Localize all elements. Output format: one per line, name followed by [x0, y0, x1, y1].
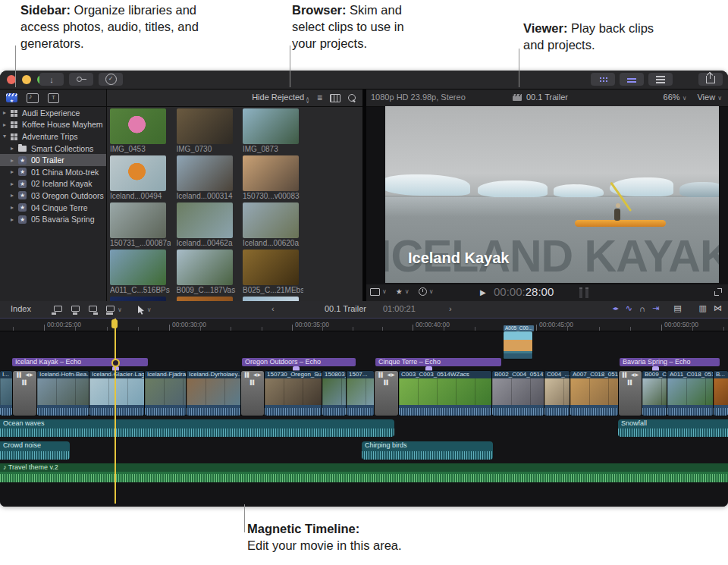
timeline-clip[interactable]: A011_C018_0516...	[667, 371, 713, 416]
browser-clip[interactable]	[177, 202, 233, 238]
connected-clip[interactable]	[504, 331, 532, 359]
import-media-button[interactable]: ↓	[39, 73, 64, 86]
playhead[interactable]	[115, 319, 116, 504]
disclosure-triangle-icon[interactable]: ▸	[11, 168, 18, 175]
transition-clip[interactable]: ▐▌ ◀▶ ▐▌	[375, 371, 398, 416]
timeline-clip[interactable]: 1507...	[347, 371, 374, 416]
audio-clip[interactable]: Crowd noise	[0, 441, 70, 460]
sidebar-item[interactable]: ▸Smart Collections	[0, 143, 106, 155]
disclosure-triangle-icon[interactable]: ▸	[11, 145, 18, 152]
trim-icon[interactable]: ◂▸	[613, 305, 619, 312]
playhead-handle[interactable]	[111, 319, 118, 328]
disclosure-triangle-icon[interactable]: ▸	[11, 216, 18, 223]
disclosure-triangle-icon[interactable]: ▸	[11, 180, 18, 187]
sidebar-item[interactable]: ▸★01 China Moto-trek	[0, 166, 106, 178]
browser-clip[interactable]	[110, 202, 166, 238]
timeline-clip[interactable]: 150803_...	[322, 371, 346, 416]
titles-generators-icon[interactable]	[48, 93, 59, 103]
sidebar-item[interactable]: ▸Koffee House Mayhem	[0, 119, 106, 131]
timeline-clip[interactable]: Iceland-Glacier-Lag...	[89, 371, 144, 416]
timeline-clip[interactable]: I...	[0, 371, 12, 416]
timeline-clip[interactable]: B...	[714, 371, 728, 416]
timeline-clip[interactable]: Iceland-Fjadra...	[145, 371, 186, 416]
browser-clip[interactable]	[243, 202, 299, 238]
filter-popup[interactable]: Hide Rejected∧∨	[252, 93, 309, 104]
browser-clip[interactable]	[177, 108, 233, 144]
sidebar-item[interactable]: ▸★03 Oregon Outdoors	[0, 190, 106, 202]
browser-clip[interactable]	[177, 155, 233, 191]
photos-audio-icon[interactable]	[27, 93, 39, 103]
filmstrip-view-icon[interactable]	[330, 94, 340, 102]
sidebar-item[interactable]: ▾Adventure Trips	[0, 130, 106, 143]
disclosure-triangle-icon[interactable]: ▸	[11, 192, 18, 199]
keyword-editor-button[interactable]	[69, 73, 93, 86]
audio-clip[interactable]: Chirping birds	[362, 441, 493, 460]
insert-edit-icon[interactable]	[69, 306, 80, 315]
tool-popup[interactable]: ∨	[137, 305, 152, 315]
sidebar-item[interactable]: ▸★05 Bavaria Spring	[0, 213, 106, 225]
browser-clip[interactable]	[243, 108, 299, 144]
timeline-clip[interactable]: C004_...	[544, 371, 570, 416]
timeline-clip[interactable]: B002_C004_0514T...	[492, 371, 544, 416]
play-icon[interactable]: ▶	[480, 288, 486, 297]
browser-toggle-button[interactable]	[591, 73, 615, 86]
video-canvas[interactable]: ICELAND KAYAK Iceland Kayak	[385, 106, 719, 283]
transition-clip[interactable]: ▐▌ ◀▶ ▐▌	[241, 371, 264, 416]
clip-appearance-icon[interactable]: ▤	[673, 303, 681, 313]
previous-chevron-icon[interactable]: ‹	[271, 304, 275, 313]
snapping-icon[interactable]: ⇥	[652, 303, 659, 313]
fullscreen-icon[interactable]	[714, 288, 722, 296]
list-view-icon[interactable]: ≡	[317, 94, 322, 102]
timeline-title-bar[interactable]: Cinque Terre – Echo	[375, 358, 501, 366]
browser-clip[interactable]	[110, 250, 166, 285]
append-edit-icon[interactable]	[86, 306, 98, 315]
timeline-clip[interactable]: A007_C018_051...	[570, 371, 618, 416]
timeline-clip[interactable]: Iceland-Hofn-Bea...	[37, 371, 89, 416]
timeline-title-bar[interactable]: Bavaria Spring – Echo	[620, 358, 720, 366]
background-tasks-button[interactable]: ✓	[99, 73, 123, 86]
timeline-clip[interactable]: Iceland-Dyrholaey...	[187, 371, 240, 416]
timeline-clip[interactable]: 150730_Oregon_Sur...	[265, 371, 322, 416]
browser-clip[interactable]	[110, 155, 166, 191]
disclosure-triangle-icon[interactable]: ▸	[3, 109, 11, 116]
disclosure-triangle-icon[interactable]: ▾	[3, 133, 11, 140]
sidebar-item[interactable]: ▸★04 Cinque Terre	[0, 202, 106, 214]
effects-popup[interactable]: ★∨	[396, 287, 410, 296]
libraries-icon[interactable]	[6, 93, 17, 102]
sidebar-collapse-icon[interactable]: ⋈	[714, 303, 722, 313]
search-icon[interactable]	[348, 94, 356, 102]
skimming-icon[interactable]: ∿	[626, 303, 632, 313]
transition-clip[interactable]: ▐▌ ◀▶ ▐▌	[13, 371, 36, 416]
share-button[interactable]	[698, 73, 723, 86]
audio-meters[interactable]	[579, 287, 588, 298]
minimize-button[interactable]	[22, 75, 31, 84]
disclosure-triangle-icon[interactable]: ▸	[3, 121, 11, 128]
index-button[interactable]: Index	[11, 304, 31, 313]
view-popup[interactable]: View∨	[697, 93, 722, 102]
browser-clip[interactable]	[243, 250, 299, 285]
audio-monitor-icon[interactable]: ∩	[639, 304, 645, 313]
zoom-level-popup[interactable]: 66%∨	[664, 93, 687, 102]
sidebar-item[interactable]: ▸Audi Experience	[0, 107, 106, 119]
browser-clip[interactable]	[177, 250, 233, 285]
disclosure-triangle-icon[interactable]: ▸	[11, 204, 18, 211]
inspector-toggle-button[interactable]	[648, 73, 673, 86]
timeline-title-bar[interactable]: Oregon Outdoors – Echo	[242, 358, 356, 366]
transform-popup[interactable]: ∨	[370, 288, 387, 296]
browser-clip[interactable]	[110, 108, 166, 144]
timeline-clip[interactable]: C003_C003_0514WZacs	[399, 371, 491, 416]
audio-clip[interactable]: Ocean waves	[0, 419, 394, 437]
magnetic-timeline[interactable]: 00:00:25:0000:00:30:0000:00:35:0000:00:4…	[0, 319, 728, 507]
retime-popup[interactable]: ∨	[419, 287, 434, 296]
timeline-title-bar[interactable]: Iceland Kayak – Echo	[12, 358, 148, 366]
next-chevron-icon[interactable]: ›	[449, 304, 452, 313]
audio-clip[interactable]: Snowfall	[618, 419, 728, 437]
disclosure-triangle-icon[interactable]: ▸	[11, 157, 18, 164]
connect-edit-icon[interactable]	[52, 306, 63, 315]
transition-clip[interactable]: ▐▌ ◀▶ ▐▌	[619, 371, 642, 416]
browser-clip[interactable]	[243, 155, 299, 191]
sidebar-item[interactable]: ▸★00 Trailer	[0, 154, 106, 166]
sidebar-item[interactable]: ▸★02 Iceland Kayak	[0, 178, 106, 190]
timeline-ruler[interactable]: 00:00:25:0000:00:30:0000:00:35:0000:00:4…	[0, 319, 728, 331]
timeline-toggle-button[interactable]	[620, 73, 644, 86]
